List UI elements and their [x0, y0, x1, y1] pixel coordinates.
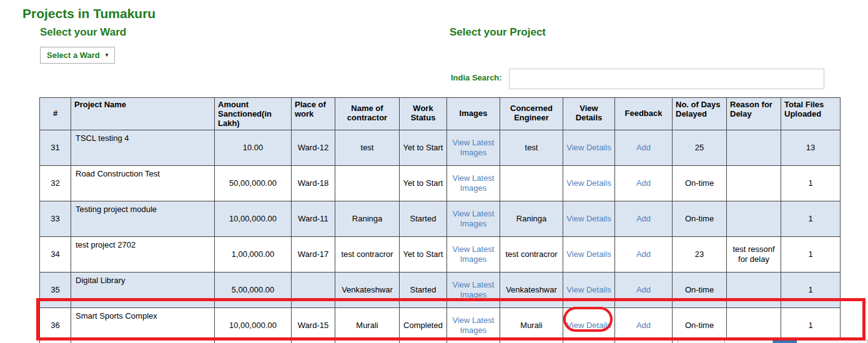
cell-work-status: Completed [400, 307, 447, 343]
column-header: Reason for Delay [727, 98, 781, 130]
view-latest-images-link[interactable]: View Latest Images [453, 244, 495, 264]
cell-view-latest-images-link: View Latest Images [447, 236, 500, 272]
cell-add-feedback-link: Add [615, 307, 673, 343]
cell-work-status: Yet to Start [400, 165, 447, 201]
cell-days-delayed: 23 [673, 236, 727, 272]
cell-total-files: 1 [781, 307, 841, 343]
pagination-segment[interactable] [797, 341, 867, 343]
cell-add-feedback-link: Add [615, 236, 673, 272]
cell-project-name: TSCL testing 4 [71, 130, 215, 165]
cell-reason-for-delay [727, 201, 781, 236]
ward-dropdown[interactable]: Select a Ward ▾ [40, 47, 115, 64]
cell-contractor-name: test [335, 130, 400, 165]
column-header: Amount Sanctioned(in Lakh) [215, 98, 292, 130]
view-latest-images-link[interactable]: View Latest Images [453, 209, 495, 228]
cell-contractor-name: Venkateshwar [335, 272, 400, 307]
table-row: 35Digital Library5,00,000.00Venkateshwar… [40, 272, 841, 307]
add-feedback-link[interactable]: Add [636, 321, 651, 330]
cell-view-details-link: View Details [563, 165, 615, 201]
projects-table: #Project NameAmount Sanctioned(in Lakh)P… [39, 97, 841, 343]
cell-view-latest-images-link: View Latest Images [447, 130, 500, 165]
cell-work-status: Started [400, 201, 447, 236]
cell-concerned-engineer: Venkateshwar [500, 272, 563, 307]
view-latest-images-link[interactable]: View Latest Images [453, 138, 495, 157]
cell-reason-for-delay: test ressonf for delay [727, 236, 781, 272]
view-details-link[interactable]: View Details [566, 143, 611, 152]
column-header: No. of Days Delayed [673, 98, 727, 130]
cell-view-latest-images-link: View Latest Images [447, 307, 500, 343]
cell-place-of-work [292, 272, 335, 307]
cell-view-details-link: View Details [563, 272, 615, 307]
cell-view-details-link: View Details [563, 307, 615, 343]
cell-concerned-engineer: Murali [500, 307, 563, 343]
column-header: Name of contractor [335, 98, 400, 130]
table-body: 31TSCL testing 410.00Ward-12testYet to S… [40, 130, 841, 343]
pagination-bar[interactable] [678, 340, 868, 343]
view-latest-images-link[interactable]: View Latest Images [453, 280, 495, 299]
ward-dropdown-label: Select a Ward [47, 51, 100, 60]
view-details-link[interactable]: View Details [566, 285, 611, 294]
page-title: Projects in Tumakuru [22, 6, 155, 21]
cell-days-delayed: On-time [673, 201, 727, 236]
cell-reason-for-delay [727, 130, 781, 165]
cell-work-status: Yet to Start [400, 130, 447, 165]
cell-reason-for-delay [727, 272, 781, 307]
column-header: Place of work [292, 98, 335, 130]
select-ward-heading: Select your Ward [40, 26, 126, 39]
cell-contractor-name: test contracror [335, 236, 400, 272]
cell-place-of-work: Ward-15 [292, 307, 335, 343]
column-header: Project Name [71, 98, 215, 130]
cell-concerned-engineer [500, 165, 563, 201]
cell-total-files: 1 [781, 165, 841, 201]
add-feedback-link[interactable]: Add [636, 178, 651, 188]
table-row: 36Smart Sports Complex10,00,000.00Ward-1… [40, 307, 841, 343]
pagination-segment[interactable] [678, 341, 725, 343]
pagination-active-page[interactable] [773, 341, 797, 343]
cell-amount-sanctioned: 1,00,000.00 [215, 236, 292, 272]
view-latest-images-link[interactable]: View Latest Images [453, 316, 495, 335]
column-header: Total Files Uploaded [781, 98, 841, 130]
cell-view-latest-images-link: View Latest Images [447, 272, 500, 307]
pagination-segment[interactable] [725, 341, 773, 343]
cell-days-delayed: 25 [673, 130, 727, 165]
view-details-link[interactable]: View Details [566, 214, 611, 223]
cell-project-name: Smart Sports Complex [71, 307, 215, 343]
cell-place-of-work: Ward-17 [292, 236, 335, 272]
view-details-link[interactable]: View Details [566, 321, 611, 330]
cell-days-delayed: On-time [673, 272, 727, 307]
select-project-heading: Select your Project [450, 26, 546, 39]
add-feedback-link[interactable]: Add [636, 285, 651, 294]
cell-total-files: 1 [781, 201, 841, 236]
view-latest-images-link[interactable]: View Latest Images [453, 173, 495, 193]
view-details-link[interactable]: View Details [566, 178, 611, 188]
cell-total-files: 1 [781, 236, 841, 272]
cell-project-name: Testing project module [71, 201, 215, 236]
cell-view-latest-images-link: View Latest Images [447, 165, 500, 201]
india-search-label: India Search: [451, 73, 502, 82]
cell-add-feedback-link: Add [615, 130, 673, 165]
cell-amount-sanctioned: 10,00,000.00 [215, 307, 292, 343]
view-details-link[interactable]: View Details [566, 249, 611, 259]
add-feedback-link[interactable]: Add [636, 214, 651, 223]
table-row: 33Testing project module10,00,000.00Ward… [40, 201, 841, 236]
cell-contractor-name [335, 165, 400, 201]
add-feedback-link[interactable]: Add [636, 143, 651, 152]
add-feedback-link[interactable]: Add [636, 249, 651, 259]
cell-total-files: 13 [781, 130, 841, 165]
cell-reason-for-delay [727, 165, 781, 201]
cell-add-feedback-link: Add [615, 201, 673, 236]
row-number: 32 [40, 165, 71, 201]
cell-place-of-work: Ward-18 [292, 165, 335, 201]
table-header-row: #Project NameAmount Sanctioned(in Lakh)P… [40, 98, 841, 130]
cell-concerned-engineer: Raninga [500, 201, 563, 236]
cell-amount-sanctioned: 50,00,000.00 [215, 165, 292, 201]
cell-work-status: Yet to Start [400, 236, 447, 272]
cell-project-name: Digital Library [71, 272, 215, 307]
cell-concerned-engineer: test [500, 130, 563, 165]
cell-place-of-work: Ward-11 [292, 201, 335, 236]
row-number: 35 [40, 272, 71, 307]
cell-add-feedback-link: Add [615, 165, 673, 201]
column-header: View Details [563, 98, 615, 130]
india-search-input[interactable] [509, 69, 824, 89]
projects-page: Projects in Tumakuru Select your Ward Se… [0, 0, 868, 343]
